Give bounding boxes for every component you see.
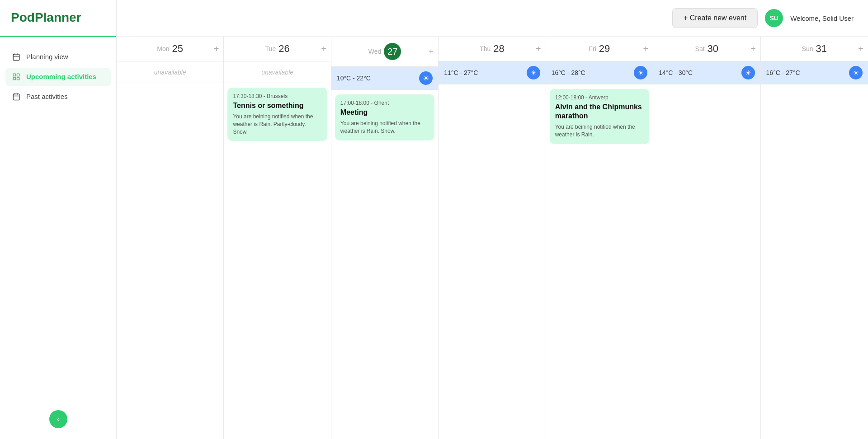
day-name: Fri <box>589 45 596 52</box>
day-name: Mon <box>157 45 169 52</box>
weather-fri-29: 16°C - 28°C☀ <box>546 61 653 84</box>
sidebar: PodPlanner Planning viewUpcomming activi… <box>0 0 117 439</box>
weather-thu-28: 11°C - 27°C☀ <box>439 61 545 84</box>
sidebar-item-label: Planning view <box>26 53 68 61</box>
event-time-location: 12:00-18:00 - Antwerp <box>555 94 644 101</box>
svg-rect-5 <box>17 74 19 76</box>
events-area-sun-31 <box>761 84 868 439</box>
weather-mon-25: unavailable <box>117 61 223 83</box>
events-area-fri-29: 12:00-18:00 - AntwerpAlvin and the Chipm… <box>546 84 653 439</box>
svg-rect-6 <box>13 77 15 79</box>
day-number: 31 <box>816 43 827 55</box>
svg-rect-8 <box>13 94 19 100</box>
sidebar-item-upcoming-activities[interactable]: Upcomming activities <box>5 68 111 86</box>
weather-range: 10°C - 22°C <box>337 75 371 82</box>
add-event-button-mon-25[interactable]: + <box>214 44 219 53</box>
svg-rect-0 <box>13 54 19 61</box>
event-card[interactable]: 17:30-18:30 - BrusselsTennis or somethin… <box>227 88 327 141</box>
sidebar-item-past-activities[interactable]: Past activities <box>5 88 111 106</box>
day-number: 28 <box>493 43 504 55</box>
day-number: 30 <box>708 43 718 55</box>
calendar-icon <box>12 52 21 61</box>
sidebar-nav: Planning viewUpcomming activitiesPast ac… <box>0 48 116 106</box>
day-number: 26 <box>278 43 289 55</box>
event-time-location: 17:00-18:00 - Ghent <box>340 100 429 106</box>
day-header-sat-30: Sat30+ <box>653 37 760 61</box>
events-area-thu-28 <box>439 84 545 439</box>
sidebar-item-label: Upcomming activities <box>26 73 96 80</box>
sun-icon: ☀ <box>741 66 755 79</box>
day-col-tue-26: Tue26+unavailable17:30-18:30 - BrusselsT… <box>224 37 331 439</box>
day-col-mon-25: Mon25+unavailable <box>117 37 224 439</box>
header: + Create new event SU Welcome, Solid Use… <box>117 0 868 37</box>
calendar-grid: Mon25+unavailableTue26+unavailable17:30-… <box>117 37 868 439</box>
day-col-wed-27: Wed27+10°C - 22°C☀17:00-18:00 - GhentMee… <box>331 37 439 439</box>
event-title: Alvin and the Chipmunks marathon <box>555 103 644 121</box>
welcome-text: Welcome, Solid User <box>790 14 854 22</box>
weather-sun-31: 16°C - 27°C☀ <box>761 61 868 84</box>
event-card[interactable]: 17:00-18:00 - GhentMeetingYou are beinin… <box>335 94 434 140</box>
sun-icon: ☀ <box>634 66 647 79</box>
add-event-button-wed-27[interactable]: + <box>429 47 434 56</box>
add-event-button-fri-29[interactable]: + <box>643 44 648 53</box>
day-col-thu-28: Thu28+11°C - 27°C☀ <box>439 37 546 439</box>
day-name: Sun <box>802 45 813 52</box>
day-header-wed-27: Wed27+ <box>331 37 438 67</box>
day-number: 27 <box>384 43 401 60</box>
day-name: Tue <box>265 45 276 52</box>
archive-icon <box>12 92 21 101</box>
day-col-fri-29: Fri29+16°C - 28°C☀12:00-18:00 - AntwerpA… <box>546 37 653 439</box>
event-time-location: 17:30-18:30 - Brussels <box>233 93 321 99</box>
grid-icon <box>12 72 21 81</box>
events-area-sat-30 <box>653 84 760 439</box>
day-header-thu-28: Thu28+ <box>439 37 545 61</box>
add-event-button-sun-31[interactable]: + <box>858 44 863 53</box>
weather-range: 14°C - 30°C <box>659 69 693 76</box>
event-description: You are beining notified when the weathe… <box>233 113 321 135</box>
events-area-mon-25 <box>117 83 223 439</box>
day-col-sun-31: Sun31+16°C - 27°C☀ <box>761 37 868 439</box>
weather-range: 16°C - 28°C <box>552 69 585 76</box>
weather-range: 16°C - 27°C <box>766 69 800 76</box>
event-title: Tennis or something <box>233 101 321 110</box>
sun-icon: ☀ <box>849 66 863 79</box>
event-description: You are beining notified when the weathe… <box>340 120 429 135</box>
day-header-sun-31: Sun31+ <box>761 37 868 61</box>
svg-rect-4 <box>13 74 15 76</box>
events-area-wed-27: 17:00-18:00 - GhentMeetingYou are beinin… <box>331 90 438 439</box>
calendar: Mon25+unavailableTue26+unavailable17:30-… <box>117 37 868 439</box>
avatar: SU <box>765 9 783 27</box>
event-title: Meeting <box>340 108 429 117</box>
create-event-button[interactable]: + Create new event <box>672 8 758 28</box>
day-header-tue-26: Tue26+ <box>224 37 330 61</box>
sun-icon: ☀ <box>527 66 540 79</box>
logo: PodPlanner <box>0 11 116 37</box>
day-number: 25 <box>172 43 183 55</box>
day-name: Thu <box>480 45 491 52</box>
unavailable-label: unavailable <box>261 69 293 76</box>
svg-rect-7 <box>17 77 19 79</box>
add-event-button-thu-28[interactable]: + <box>536 44 541 53</box>
add-event-button-tue-26[interactable]: + <box>321 44 326 53</box>
add-event-button-sat-30[interactable]: + <box>750 44 756 53</box>
events-area-tue-26: 17:30-18:30 - BrusselsTennis or somethin… <box>224 83 330 439</box>
unavailable-label: unavailable <box>154 69 186 76</box>
day-header-fri-29: Fri29+ <box>546 37 653 61</box>
event-card[interactable]: 12:00-18:00 - AntwerpAlvin and the Chipm… <box>550 89 649 144</box>
weather-tue-26: unavailable <box>224 61 330 83</box>
day-name: Wed <box>368 48 382 55</box>
sun-icon: ☀ <box>419 71 433 85</box>
event-description: You are beining notified when the weathe… <box>555 123 644 139</box>
day-col-sat-30: Sat30+14°C - 30°C☀ <box>653 37 760 439</box>
app-title: PodPlanner <box>11 11 105 25</box>
weather-range: 11°C - 27°C <box>444 69 478 76</box>
day-number: 29 <box>599 43 610 55</box>
sidebar-item-planning-view[interactable]: Planning view <box>5 48 111 66</box>
sidebar-collapse-button[interactable]: ‹ <box>49 410 67 428</box>
main-content: + Create new event SU Welcome, Solid Use… <box>117 0 868 439</box>
day-name: Sat <box>695 45 705 52</box>
sidebar-item-label: Past activities <box>26 93 68 100</box>
weather-wed-27: 10°C - 22°C☀ <box>331 67 438 90</box>
day-header-mon-25: Mon25+ <box>117 37 223 61</box>
weather-sat-30: 14°C - 30°C☀ <box>653 61 760 84</box>
